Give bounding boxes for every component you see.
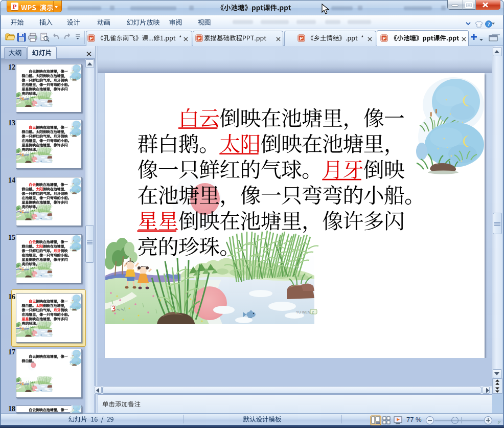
svg-text:17: 17 [8,348,15,356]
svg-text:77 %: 77 % [406,416,422,423]
svg-text:15: 15 [8,234,15,241]
svg-text:18: 18 [8,405,15,413]
svg-text:13: 13 [8,119,15,127]
svg-text:P: P [89,36,93,41]
svg-text:14: 14 [8,176,15,184]
svg-text:?: ? [488,21,490,27]
svg-text:P: P [300,36,303,41]
svg-text:P: P [382,36,385,41]
svg-text:12: 12 [8,63,15,71]
svg-text:P: P [197,36,200,41]
svg-text:16: 16 [8,293,15,301]
